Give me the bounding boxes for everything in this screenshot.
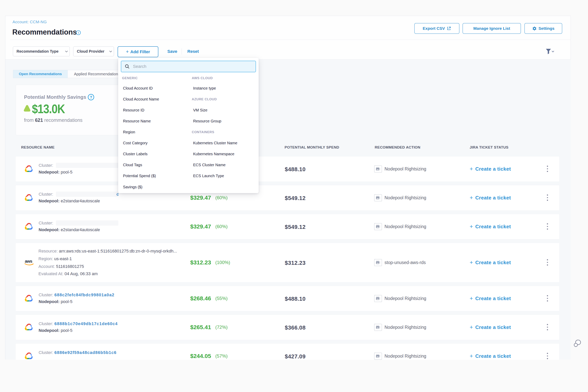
svg-text:aws: aws [25,259,32,264]
